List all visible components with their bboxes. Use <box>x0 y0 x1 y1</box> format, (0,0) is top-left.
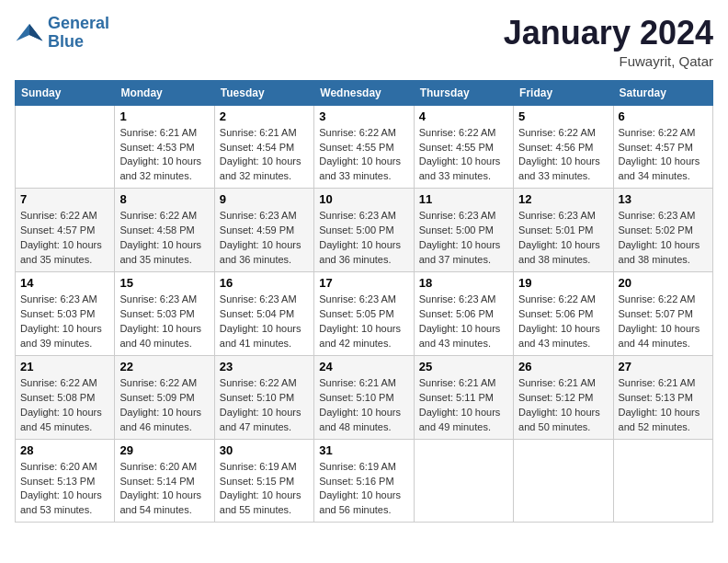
day-number: 27 <box>619 360 708 373</box>
page-header: General Blue January 2024 Fuwayrit, Qata… <box>15 15 713 69</box>
day-number: 10 <box>319 192 408 206</box>
day-number: 13 <box>619 192 708 206</box>
day-info: Sunrise: 6:23 AM Sunset: 5:02 PM Dayligh… <box>619 209 708 268</box>
day-number: 12 <box>518 192 608 206</box>
day-info: Sunrise: 6:22 AM Sunset: 4:55 PM Dayligh… <box>319 126 408 185</box>
calendar-cell: 31Sunrise: 6:19 AM Sunset: 5:16 PM Dayli… <box>314 439 414 523</box>
day-number: 7 <box>20 192 109 206</box>
day-info: Sunrise: 6:23 AM Sunset: 5:05 PM Dayligh… <box>319 293 408 351</box>
day-info: Sunrise: 6:20 AM Sunset: 5:14 PM Dayligh… <box>119 460 209 519</box>
day-number: 11 <box>419 192 508 206</box>
location-label: Fuwayrit, Qatar <box>504 53 713 69</box>
day-info: Sunrise: 6:23 AM Sunset: 5:04 PM Dayligh… <box>220 293 309 351</box>
day-info: Sunrise: 6:23 AM Sunset: 4:59 PM Dayligh… <box>220 209 309 268</box>
calendar-cell: 9Sunrise: 6:23 AM Sunset: 4:59 PM Daylig… <box>214 189 313 272</box>
calendar-cell: 12Sunrise: 6:23 AM Sunset: 5:01 PM Dayli… <box>514 189 613 272</box>
calendar-cell: 15Sunrise: 6:23 AM Sunset: 5:03 PM Dayli… <box>115 272 214 356</box>
day-number: 29 <box>119 443 209 457</box>
calendar-cell: 28Sunrise: 6:20 AM Sunset: 5:13 PM Dayli… <box>16 439 115 523</box>
calendar-cell: 8Sunrise: 6:22 AM Sunset: 4:58 PM Daylig… <box>115 189 214 272</box>
day-info: Sunrise: 6:22 AM Sunset: 5:06 PM Dayligh… <box>518 293 608 351</box>
calendar-cell <box>414 439 513 523</box>
day-info: Sunrise: 6:22 AM Sunset: 5:08 PM Dayligh… <box>20 376 109 435</box>
col-header-thursday: Thursday <box>414 80 513 105</box>
month-title: January 2024 <box>504 15 713 52</box>
calendar-cell <box>613 439 712 523</box>
day-info: Sunrise: 6:21 AM Sunset: 4:54 PM Dayligh… <box>220 126 309 185</box>
day-info: Sunrise: 6:22 AM Sunset: 4:58 PM Dayligh… <box>119 209 209 268</box>
calendar-cell: 2Sunrise: 6:21 AM Sunset: 4:54 PM Daylig… <box>214 105 313 189</box>
day-number: 14 <box>20 276 109 290</box>
calendar-cell <box>514 439 613 523</box>
day-info: Sunrise: 6:23 AM Sunset: 5:00 PM Dayligh… <box>319 209 408 268</box>
day-info: Sunrise: 6:22 AM Sunset: 5:09 PM Dayligh… <box>119 376 209 435</box>
day-number: 31 <box>319 443 408 457</box>
day-number: 9 <box>220 192 309 206</box>
calendar-cell: 1Sunrise: 6:21 AM Sunset: 4:53 PM Daylig… <box>115 105 214 189</box>
day-info: Sunrise: 6:23 AM Sunset: 5:01 PM Dayligh… <box>518 209 608 268</box>
col-header-wednesday: Wednesday <box>314 80 414 105</box>
calendar-cell: 30Sunrise: 6:19 AM Sunset: 5:15 PM Dayli… <box>214 439 313 523</box>
day-number: 8 <box>119 192 209 206</box>
day-info: Sunrise: 6:22 AM Sunset: 4:56 PM Dayligh… <box>518 126 608 185</box>
day-number: 15 <box>119 276 209 290</box>
calendar-cell: 4Sunrise: 6:22 AM Sunset: 4:55 PM Daylig… <box>414 105 513 189</box>
day-number: 17 <box>319 276 408 290</box>
day-info: Sunrise: 6:21 AM Sunset: 5:10 PM Dayligh… <box>319 376 408 435</box>
calendar-cell <box>16 105 115 189</box>
title-area: January 2024 Fuwayrit, Qatar <box>504 15 713 69</box>
calendar-cell: 3Sunrise: 6:22 AM Sunset: 4:55 PM Daylig… <box>314 105 414 189</box>
day-number: 16 <box>220 276 309 290</box>
day-number: 5 <box>518 109 608 123</box>
day-number: 4 <box>419 109 508 123</box>
day-info: Sunrise: 6:22 AM Sunset: 4:57 PM Dayligh… <box>619 126 708 185</box>
day-number: 19 <box>518 276 608 290</box>
day-info: Sunrise: 6:22 AM Sunset: 5:07 PM Dayligh… <box>619 293 708 351</box>
calendar-cell: 17Sunrise: 6:23 AM Sunset: 5:05 PM Dayli… <box>314 272 414 356</box>
day-number: 3 <box>319 109 408 123</box>
day-number: 1 <box>119 109 209 123</box>
day-number: 26 <box>518 360 608 373</box>
day-number: 2 <box>220 109 309 123</box>
day-info: Sunrise: 6:19 AM Sunset: 5:15 PM Dayligh… <box>220 460 309 519</box>
day-info: Sunrise: 6:21 AM Sunset: 5:11 PM Dayligh… <box>419 376 508 435</box>
day-info: Sunrise: 6:22 AM Sunset: 5:10 PM Dayligh… <box>220 376 309 435</box>
day-info: Sunrise: 6:19 AM Sunset: 5:16 PM Dayligh… <box>319 460 408 519</box>
day-number: 28 <box>20 443 109 457</box>
day-number: 22 <box>119 360 209 373</box>
calendar-cell: 23Sunrise: 6:22 AM Sunset: 5:10 PM Dayli… <box>214 355 313 439</box>
calendar-cell: 13Sunrise: 6:23 AM Sunset: 5:02 PM Dayli… <box>613 189 712 272</box>
calendar-cell: 27Sunrise: 6:21 AM Sunset: 5:13 PM Dayli… <box>613 355 712 439</box>
col-header-sunday: Sunday <box>16 80 115 105</box>
calendar-cell: 14Sunrise: 6:23 AM Sunset: 5:03 PM Dayli… <box>16 272 115 356</box>
calendar-cell: 11Sunrise: 6:23 AM Sunset: 5:00 PM Dayli… <box>414 189 513 272</box>
day-info: Sunrise: 6:22 AM Sunset: 4:55 PM Dayligh… <box>419 126 508 185</box>
day-info: Sunrise: 6:21 AM Sunset: 5:12 PM Dayligh… <box>518 376 608 435</box>
col-header-saturday: Saturday <box>613 80 712 105</box>
day-info: Sunrise: 6:23 AM Sunset: 5:06 PM Dayligh… <box>419 293 508 351</box>
day-number: 30 <box>220 443 309 457</box>
logo: General Blue <box>15 15 109 52</box>
day-info: Sunrise: 6:23 AM Sunset: 5:00 PM Dayligh… <box>419 209 508 268</box>
calendar-cell: 18Sunrise: 6:23 AM Sunset: 5:06 PM Dayli… <box>414 272 513 356</box>
calendar-cell: 24Sunrise: 6:21 AM Sunset: 5:10 PM Dayli… <box>314 355 414 439</box>
col-header-tuesday: Tuesday <box>214 80 313 105</box>
day-number: 24 <box>319 360 408 373</box>
day-number: 25 <box>419 360 508 373</box>
calendar-cell: 29Sunrise: 6:20 AM Sunset: 5:14 PM Dayli… <box>115 439 214 523</box>
calendar-cell: 10Sunrise: 6:23 AM Sunset: 5:00 PM Dayli… <box>314 189 414 272</box>
day-number: 20 <box>619 276 708 290</box>
calendar-cell: 20Sunrise: 6:22 AM Sunset: 5:07 PM Dayli… <box>613 272 712 356</box>
calendar-cell: 25Sunrise: 6:21 AM Sunset: 5:11 PM Dayli… <box>414 355 513 439</box>
day-info: Sunrise: 6:20 AM Sunset: 5:13 PM Dayligh… <box>20 460 109 519</box>
calendar-table: SundayMondayTuesdayWednesdayThursdayFrid… <box>15 80 713 523</box>
logo-text: General Blue <box>48 15 109 52</box>
svg-marker-1 <box>29 24 42 40</box>
day-number: 18 <box>419 276 508 290</box>
col-header-monday: Monday <box>115 80 214 105</box>
calendar-cell: 21Sunrise: 6:22 AM Sunset: 5:08 PM Dayli… <box>16 355 115 439</box>
day-number: 23 <box>220 360 309 373</box>
calendar-cell: 26Sunrise: 6:21 AM Sunset: 5:12 PM Dayli… <box>514 355 613 439</box>
calendar-cell: 19Sunrise: 6:22 AM Sunset: 5:06 PM Dayli… <box>514 272 613 356</box>
day-info: Sunrise: 6:23 AM Sunset: 5:03 PM Dayligh… <box>20 293 109 351</box>
